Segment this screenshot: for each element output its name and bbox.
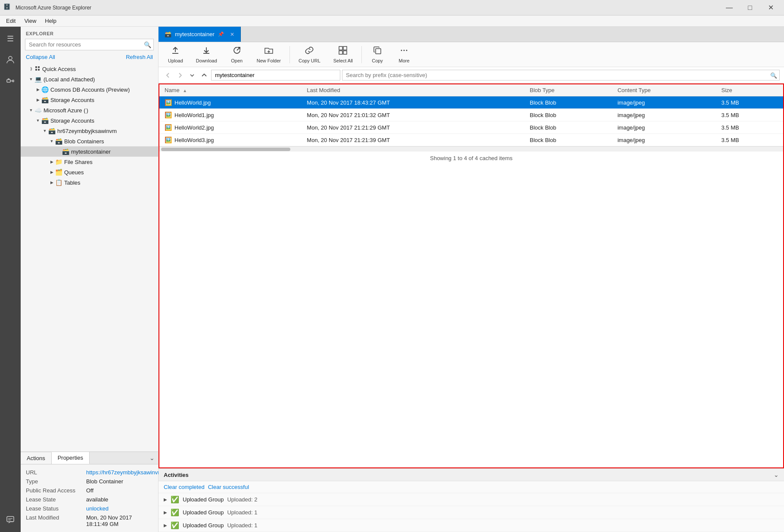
file-icon-3: 🖼️ <box>165 136 172 143</box>
tree-item-tables[interactable]: ▶ 📋 Tables <box>21 177 158 188</box>
tree-item-file-shares[interactable]: ▶ 📁 File Shares <box>21 157 158 167</box>
activity-expand-2[interactable]: ▶ <box>164 523 167 528</box>
table-row[interactable]: 🖼️ HelloWorld1.jpg Mon, 20 Nov 2017 21:0… <box>159 109 783 121</box>
account-button[interactable] <box>2 51 19 68</box>
tree-chevron: ⟫ <box>28 65 34 72</box>
tree-item-storage-local[interactable]: ▶ 🗃️ Storage Accounts <box>21 95 158 105</box>
tab-properties[interactable]: Properties <box>52 452 90 464</box>
table-row[interactable]: 🖼️ HelloWorld3.jpg Mon, 20 Nov 2017 21:2… <box>159 134 783 146</box>
tree-item-cosmos-db[interactable]: ▶ 🌐 Cosmos DB Accounts (Preview) <box>21 84 158 95</box>
svg-rect-5 <box>12 80 14 82</box>
col-name[interactable]: Name ▲ <box>159 84 302 96</box>
activities-panel: Activities ⌄ Clear completed Clear succe… <box>159 468 784 532</box>
tab-close-icon[interactable]: ✕ <box>230 31 234 37</box>
prop-row-public-read: Public Read Access Off <box>21 486 158 495</box>
menu-edit[interactable]: Edit <box>2 17 20 25</box>
search-box: 🔍 <box>25 39 154 50</box>
upload-button[interactable]: Upload <box>162 44 189 65</box>
prop-value-lease-status[interactable]: unlocked <box>86 505 109 512</box>
tree-item-local-attached[interactable]: ▼ 💻 (Local and Attached) <box>21 74 158 84</box>
prop-value-url[interactable]: https://hr67zeymbbyjksawinvm.l <box>86 469 165 476</box>
col-blob-type[interactable]: Blob Type <box>525 84 613 96</box>
tree-item-queues[interactable]: ▶ 🗂️ Queues <box>21 167 158 177</box>
cell-modified-0: Mon, 20 Nov 2017 18:43:27 GMT <box>302 96 524 109</box>
menu-help[interactable]: Help <box>40 17 61 25</box>
tree-label-blob-containers: Blob Containers <box>64 138 104 145</box>
tree-item-blob-containers[interactable]: ▼ 🗃️ Blob Containers <box>21 136 158 146</box>
download-button[interactable]: Download <box>190 44 223 65</box>
download-icon <box>202 46 211 57</box>
tree-item-quick-access[interactable]: ⟫ Quick Access <box>21 64 158 74</box>
back-button[interactable] <box>163 70 173 80</box>
prefix-search-input[interactable] <box>342 70 780 80</box>
file-table-container: Name ▲ Last Modified Blob Type Content T… <box>159 84 784 468</box>
minimize-button[interactable]: — <box>719 1 739 15</box>
col-size[interactable]: Size <box>716 84 783 96</box>
activity-label-0: Uploaded Group <box>183 496 224 503</box>
cosmos-icon: 🌐 <box>41 86 49 93</box>
close-button[interactable]: ✕ <box>761 1 781 15</box>
main-layout: ☰ <box>0 27 784 532</box>
activity-count-1: Uploaded: 1 <box>227 509 257 516</box>
address-input[interactable] <box>211 70 340 80</box>
file-icon-0: 🖼️ <box>165 99 172 106</box>
file-icon-2: 🖼️ <box>165 124 172 131</box>
sort-arrow-name: ▲ <box>183 88 187 93</box>
table-row[interactable]: 🖼️ HelloWorld.jpg Mon, 20 Nov 2017 18:43… <box>159 96 783 109</box>
activity-expand-0[interactable]: ▶ <box>164 497 167 502</box>
clear-successful-button[interactable]: Clear successful <box>208 484 249 490</box>
activities-actions: Clear completed Clear successful <box>159 481 784 493</box>
expand-chevron: ▼ <box>34 117 41 124</box>
content-area: 🗃️ mytestcontainer 📌 ✕ Upload <box>159 27 784 532</box>
tree-item-hr67[interactable]: ▼ 🗃️ hr67zeymbbyjksawinvm <box>21 126 158 136</box>
hamburger-button[interactable]: ☰ <box>2 30 19 47</box>
collapse-all-button[interactable]: Collapse All <box>26 54 55 60</box>
new-folder-button[interactable]: New Folder <box>251 44 287 65</box>
search-input[interactable] <box>25 39 154 50</box>
scroll-thumb[interactable] <box>161 148 290 151</box>
clear-completed-button[interactable]: Clear completed <box>164 484 205 490</box>
search-icon[interactable]: 🔍 <box>144 41 151 48</box>
cell-name-0: 🖼️ HelloWorld.jpg <box>159 96 302 109</box>
more-icon <box>399 46 409 57</box>
tab-actions[interactable]: Actions <box>21 452 52 464</box>
expand-chevron: ▼ <box>28 107 34 114</box>
refresh-all-button[interactable]: Refresh All <box>126 54 153 60</box>
cell-blob-type-0: Block Blob <box>525 96 613 109</box>
col-content-type[interactable]: Content Type <box>612 84 716 96</box>
col-last-modified[interactable]: Last Modified <box>302 84 524 96</box>
activity-row: ▶ ✅ Uploaded Group Uploaded: 1 <box>159 506 784 519</box>
tree-label-tables: Tables <box>64 179 81 186</box>
select-all-button[interactable]: Select All <box>327 44 359 65</box>
tree-item-mytestcontainer[interactable]: ▶ 🗃️ mytestcontainer <box>21 146 158 157</box>
more-button[interactable]: More <box>391 44 417 65</box>
file-table-body: 🖼️ HelloWorld.jpg Mon, 20 Nov 2017 18:43… <box>159 96 783 146</box>
activity-expand-1[interactable]: ▶ <box>164 510 167 515</box>
plugin-button[interactable] <box>2 71 19 89</box>
more-label: More <box>399 58 410 63</box>
activity-row: ▶ ✅ Uploaded Group Uploaded: 1 <box>159 519 784 532</box>
tree-label-quick-access: Quick Access <box>42 66 76 72</box>
forward-button[interactable] <box>175 70 185 80</box>
tree: ⟫ Quick Access ▼ 💻 (Local and Attached) … <box>21 64 158 452</box>
copy-url-button[interactable]: Copy URL <box>292 44 327 65</box>
copy-button[interactable]: Copy <box>364 44 390 65</box>
bottom-tabs: Actions Properties ⌄ <box>21 452 158 464</box>
table-row[interactable]: 🖼️ HelloWorld2.jpg Mon, 20 Nov 2017 21:2… <box>159 121 783 134</box>
open-button[interactable]: Open <box>224 44 250 65</box>
activities-collapse-button[interactable]: ⌄ <box>774 471 779 478</box>
pin-icon[interactable]: 📌 <box>218 31 224 37</box>
prop-row-type: Type Blob Container <box>21 477 158 486</box>
feedback-button[interactable] <box>2 511 19 529</box>
up-button[interactable] <box>199 70 209 80</box>
bottom-collapse-button[interactable]: ⌄ <box>146 453 158 463</box>
tree-item-storage-azure[interactable]: ▼ 🗃️ Storage Accounts <box>21 115 158 126</box>
container-tab[interactable]: 🗃️ mytestcontainer 📌 ✕ <box>159 27 241 42</box>
maximize-button[interactable]: □ <box>740 1 760 15</box>
tree-label-cosmos: Cosmos DB Accounts (Preview) <box>50 87 130 93</box>
dropdown-button[interactable] <box>187 70 197 80</box>
menu-view[interactable]: View <box>20 17 40 25</box>
queues-icon: 🗂️ <box>55 169 62 176</box>
tree-item-microsoft-azure[interactable]: ▼ ☁️ Microsoft Azure ( ) <box>21 105 158 115</box>
open-icon <box>232 46 242 57</box>
